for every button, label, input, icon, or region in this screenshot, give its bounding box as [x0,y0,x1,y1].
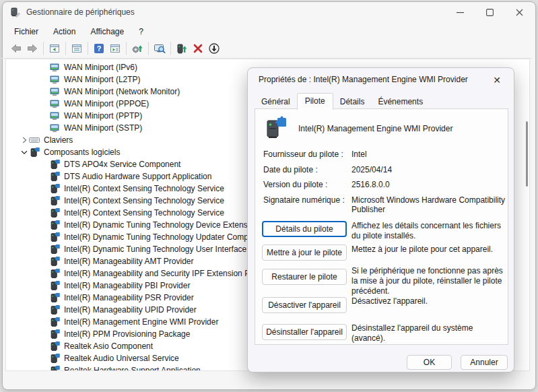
minimize-icon [457,9,464,16]
keyboard-device-icon [29,135,40,145]
show-hide-tree-button[interactable] [46,40,63,57]
software-component-device-icon [263,116,289,141]
tab-general[interactable]: Général [255,95,297,109]
chevron-right-icon[interactable] [20,135,29,145]
device-header: Intel(R) Management Engine WMI Provider [263,116,452,141]
device-manager-app-icon [9,7,20,18]
action-description: Désinstallez l'appareil du système (avan… [351,323,508,344]
network-device-icon [49,123,60,133]
help-button[interactable]: ? [91,40,107,57]
software-device-icon [49,232,60,242]
window-title: Gestionnaire de périphériques [26,7,135,17]
driver-tab-panel: Intel(R) Management Engine WMI Provider … [255,108,508,345]
disable-device-button[interactable] [206,40,222,57]
close-button[interactable] [504,1,534,24]
update-driver-button[interactable] [174,40,190,57]
uninstall-device-button[interactable] [190,40,206,57]
tree-item-label: Realtek Hardware Support Application [64,366,201,371]
tree-item-label: Composants logiciels [44,148,120,157]
export-list-icon [109,42,121,55]
tree-item-label: DTS APO4x Service Component [64,160,180,169]
cancel-button[interactable]: Annuler [461,355,508,370]
ok-button[interactable]: OK [407,355,452,370]
network-device-icon [49,86,60,97]
field-value: Microsoft Windows Hardware Compatibility… [351,195,513,214]
toolbar-separator [170,42,171,55]
forward-button[interactable] [24,40,40,57]
toolbar-separator [126,42,127,55]
menu-affichage[interactable]: Affichage [83,26,131,38]
roll-back-driver-button[interactable]: Restaurer le pilote [262,269,347,285]
menu-help[interactable]: ? [131,26,151,38]
dialog-tabs: GénéralPiloteDétailsÉvénements [255,94,430,109]
properties-button[interactable] [69,40,85,57]
titlebar: Gestionnaire de périphériques [9,0,135,24]
uninstall-device-icon [192,42,204,55]
svg-text:?: ? [97,44,102,53]
field-label: Signataire numérique : [263,195,345,205]
tree-item-label: Intel(R) Management Engine WMI Provider [64,317,218,327]
toolbar-separator [148,42,149,55]
close-icon [516,9,523,16]
tree-item-label: Intel(R) Context Sensing Technology Serv… [64,196,224,205]
software-device-icon [29,147,40,158]
menu-fichier[interactable]: Fichier [7,26,46,38]
properties-dialog: Propriétés de : Intel(R) Management Engi… [247,67,514,372]
tab-pilote[interactable]: Pilote [297,93,333,110]
software-device-icon [49,171,60,182]
tree-scrollbar-thumb[interactable] [526,121,528,187]
tree-item-label: Intel(R) Manageability and Security IPF … [64,269,253,278]
software-device-icon [49,256,60,267]
uninstall-device-button[interactable]: Désinstaller l'appareil [262,324,347,340]
properties-icon [71,42,83,55]
software-device-icon [49,280,60,291]
field-value: 2516.8.0.0 [351,180,513,189]
network-device-icon [49,62,60,73]
software-device-icon [49,183,60,194]
tree-item-label: Intel(R) PPM Provisioning Package [64,329,190,339]
tree-item-label: Intel(R) Context Sensing Technology Serv… [64,208,224,218]
menubar: FichierActionAffichage? [7,24,151,39]
action-description: Mettez à jour le pilote pour cet apparei… [351,244,508,255]
software-device-icon [49,304,60,315]
update-driver-software-button[interactable] [129,40,145,57]
tree-item-label: Intel(R) Manageability AMT Provider [64,257,194,266]
tab-evenements[interactable]: Événements [371,95,430,109]
forward-icon [26,42,39,55]
driver-details-button[interactable]: Détails du pilote [262,221,347,237]
disable-device-icon [208,42,220,55]
chevron-down-icon[interactable] [20,147,29,158]
tree-item-label: Intel(R) Dynamic Tuning Technology Devic… [64,220,249,230]
software-device-icon [49,365,60,371]
update-driver-software-icon [131,42,143,55]
update-driver-button[interactable]: Mettre à jour le pilote [262,244,347,261]
field-label: Version du pilote : [263,180,327,189]
scan-hardware-changes-button[interactable] [152,40,168,57]
software-device-icon [49,317,60,327]
close-icon: ✕ [493,75,501,86]
disable-device-button[interactable]: Désactiver l'appareil [262,297,347,313]
tree-item-label: WAN Miniport (IPv6) [64,63,137,72]
toolbar-separator [88,42,88,55]
update-driver-icon [176,42,188,55]
action-description: Si le périphérique ne fonctionne pas apr… [351,266,508,296]
scan-hardware-changes-icon [153,42,166,55]
minimize-button[interactable] [445,1,475,24]
export-list-button[interactable] [107,40,123,57]
menu-action[interactable]: Action [46,26,83,38]
network-device-icon [49,98,60,109]
tree-item-label: Intel(R) Manageability PBI Provider [64,281,190,290]
help-icon: ? [93,42,105,55]
tree-item-label: Intel(R) Dynamic Tuning Technology Updat… [64,232,248,242]
device-name: Intel(R) Management Engine WMI Provider [298,124,452,133]
maximize-button[interactable] [475,1,504,24]
back-button[interactable] [8,40,24,57]
tab-details[interactable]: Détails [333,95,372,109]
maximize-icon [486,9,494,16]
dialog-close-button[interactable]: ✕ [485,71,508,89]
tree-item-label: Intel(R) Dynamic Tuning Technology User … [64,244,246,254]
software-device-icon [49,353,60,364]
action-description: Désactivez l'appareil. [351,296,508,306]
software-device-icon [49,220,60,230]
software-device-icon [49,268,60,279]
